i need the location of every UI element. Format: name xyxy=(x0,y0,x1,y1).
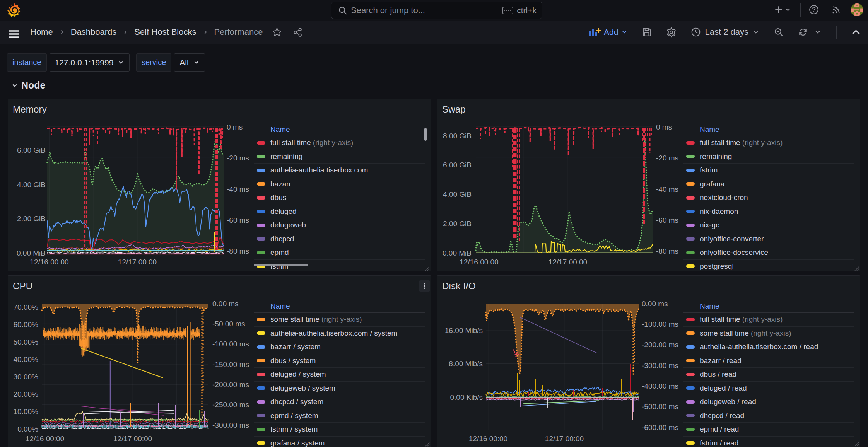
svg-text:70.00%: 70.00% xyxy=(14,303,39,311)
svg-text:8.00 Mib/s: 8.00 Mib/s xyxy=(449,360,483,368)
svg-text:-500.00 ms: -500.00 ms xyxy=(642,403,678,411)
svg-text:-40 ms: -40 ms xyxy=(656,185,678,193)
svg-text:-50.00 ms: -50.00 ms xyxy=(212,320,245,328)
svg-text:-200.00 ms: -200.00 ms xyxy=(212,380,249,389)
svg-text:-100.00 ms: -100.00 ms xyxy=(212,340,249,348)
svg-text:2.00 GiB: 2.00 GiB xyxy=(443,220,472,228)
svg-text:12/16 00:00: 12/16 00:00 xyxy=(469,435,507,443)
svg-text:16.00 Mib/s: 16.00 Mib/s xyxy=(445,326,483,334)
svg-text:-20 ms: -20 ms xyxy=(227,154,249,162)
svg-text:-80 ms: -80 ms xyxy=(227,247,249,255)
svg-text:4.00 GiB: 4.00 GiB xyxy=(17,181,46,189)
svg-text:0.00 MiB: 0.00 MiB xyxy=(17,249,46,257)
svg-text:12/17 00:00: 12/17 00:00 xyxy=(113,435,152,443)
svg-text:12/16 00:00: 12/16 00:00 xyxy=(26,435,64,443)
svg-text:-60 ms: -60 ms xyxy=(227,216,249,224)
svg-text:0.00 MiB: 0.00 MiB xyxy=(443,249,472,257)
svg-text:-60 ms: -60 ms xyxy=(656,216,678,224)
svg-text:0.00%: 0.00% xyxy=(17,425,38,433)
svg-text:6.00 GiB: 6.00 GiB xyxy=(17,146,46,154)
svg-text:0.00 Kib/s: 0.00 Kib/s xyxy=(450,393,483,401)
svg-text:12/17 00:00: 12/17 00:00 xyxy=(118,258,157,266)
svg-text:-400.00 ms: -400.00 ms xyxy=(642,382,678,390)
svg-text:20.00%: 20.00% xyxy=(14,390,39,398)
svg-text:12/16 00:00: 12/16 00:00 xyxy=(30,258,68,266)
svg-text:12/16 00:00: 12/16 00:00 xyxy=(460,258,498,266)
svg-text:40.00%: 40.00% xyxy=(14,355,39,363)
svg-text:12/17 00:00: 12/17 00:00 xyxy=(548,258,587,266)
svg-text:12/17 00:00: 12/17 00:00 xyxy=(545,435,584,443)
svg-text:60.00%: 60.00% xyxy=(14,321,39,329)
svg-text:2.00 GiB: 2.00 GiB xyxy=(17,215,46,223)
svg-text:0.00 ms: 0.00 ms xyxy=(642,300,668,308)
svg-text:0 ms: 0 ms xyxy=(656,123,672,131)
svg-text:0 ms: 0 ms xyxy=(227,123,243,131)
svg-text:-100.00 ms: -100.00 ms xyxy=(642,320,678,328)
svg-text:30.00%: 30.00% xyxy=(14,373,39,381)
svg-text:-150.00 ms: -150.00 ms xyxy=(212,360,249,369)
svg-text:-600.00 ms: -600.00 ms xyxy=(642,423,678,432)
svg-text:-40 ms: -40 ms xyxy=(227,185,249,193)
svg-text:6.00 GiB: 6.00 GiB xyxy=(443,161,472,169)
svg-text:-80 ms: -80 ms xyxy=(656,247,678,255)
svg-text:-20 ms: -20 ms xyxy=(656,154,678,162)
svg-text:0.00 ms: 0.00 ms xyxy=(212,300,239,308)
svg-text:4.00 GiB: 4.00 GiB xyxy=(443,190,472,198)
svg-text:-200.00 ms: -200.00 ms xyxy=(642,341,678,349)
svg-text:-300.00 ms: -300.00 ms xyxy=(642,362,678,370)
svg-text:-300.00 ms: -300.00 ms xyxy=(212,421,249,429)
svg-text:8.00 GiB: 8.00 GiB xyxy=(443,132,472,140)
svg-text:10.00%: 10.00% xyxy=(14,408,39,416)
svg-text:-250.00 ms: -250.00 ms xyxy=(212,401,249,409)
svg-text:50.00%: 50.00% xyxy=(14,338,39,346)
